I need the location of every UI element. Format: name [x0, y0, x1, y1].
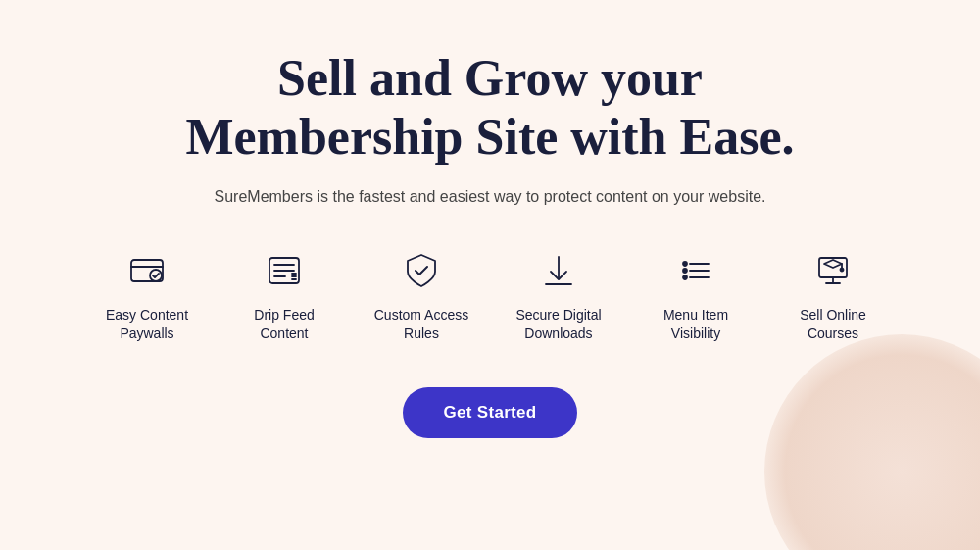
- feature-label-downloads: Secure DigitalDownloads: [515, 306, 601, 344]
- feature-label-courses: Sell OnlineCourses: [800, 306, 866, 344]
- feature-drip-feed: Drip FeedContent: [216, 247, 353, 344]
- download-icon: [535, 247, 582, 294]
- paywall-icon: [123, 247, 171, 294]
- headline: Sell and Grow your Membership Site with …: [185, 49, 794, 167]
- features-row: Easy ContentPaywalls Drip FeedContent: [78, 247, 902, 344]
- feature-label-access: Custom AccessRules: [374, 306, 468, 344]
- main-container: Sell and Grow your Membership Site with …: [0, 0, 980, 550]
- feature-courses: Sell OnlineCourses: [764, 247, 902, 344]
- svg-point-24: [841, 268, 844, 271]
- feature-label-drip: Drip FeedContent: [254, 306, 314, 344]
- drip-feed-icon: [261, 247, 308, 294]
- feature-menu-visibility: Menu ItemVisibility: [627, 247, 764, 344]
- shield-check-icon: [398, 247, 445, 294]
- menu-icon: [672, 247, 719, 294]
- feature-downloads: Secure DigitalDownloads: [490, 247, 627, 344]
- feature-custom-access: Custom AccessRules: [353, 247, 490, 344]
- svg-marker-22: [824, 260, 842, 268]
- svg-point-17: [683, 275, 687, 279]
- svg-point-13: [683, 262, 687, 266]
- feature-label-paywalls: Easy ContentPaywalls: [106, 306, 188, 344]
- subheadline: SureMembers is the fastest and easiest w…: [215, 188, 766, 206]
- feature-label-menu: Menu ItemVisibility: [663, 306, 728, 344]
- get-started-button[interactable]: Get Started: [403, 387, 578, 438]
- feature-easy-content-paywalls: Easy ContentPaywalls: [78, 247, 216, 344]
- courses-icon: [809, 247, 857, 294]
- svg-point-15: [683, 269, 687, 273]
